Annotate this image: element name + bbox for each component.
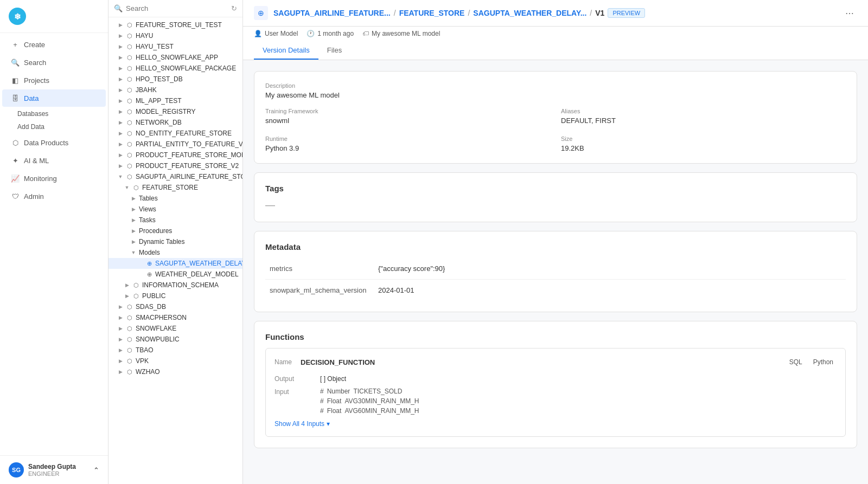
tree-item-WEATHER_DELAY_MODEL[interactable]: ▶ ⊕ WEATHER_DELAY_MODEL: [108, 269, 242, 280]
database-icon: ⬡: [126, 86, 133, 94]
tree-item-HELLO_SNOWFLAKE_PACKAGE[interactable]: ▶ ⬡ HELLO_SNOWFLAKE_PACKAGE: [108, 63, 242, 74]
fields-grid: Training Framework snowml Aliases DEFAUL…: [265, 108, 846, 152]
sidebar-search-input[interactable]: [126, 4, 228, 12]
input-param-1: AVG30MIN_RAIN_MM_H: [344, 397, 419, 405]
nav-search-label: Search: [24, 59, 46, 67]
input-label: Input: [275, 386, 318, 416]
chevron-right-icon: ▶: [124, 282, 130, 288]
sql-button[interactable]: SQL: [786, 357, 806, 367]
tree-item-PRODUCT_FEATURE_STORE_V2[interactable]: ▶ ⬡ PRODUCT_FEATURE_STORE_V2: [108, 160, 242, 171]
nav-data-products[interactable]: ⬡ Data Products: [2, 134, 106, 151]
tree-item-JBAHK[interactable]: ▶ ⬡ JBAHK: [108, 85, 242, 95]
database-icon: ⬡: [126, 151, 133, 159]
database-icon: ⬡: [126, 97, 133, 105]
database-icon: ⬡: [126, 314, 133, 321]
tree-item-models[interactable]: ▼ Models: [108, 247, 242, 258]
user-model-label: User Model: [265, 30, 298, 37]
tree-item-SAGUPTA_AIRLINE_FEATURE_STORE[interactable]: ▼ ⬡ SAGUPTA_AIRLINE_FEATURE_STORE: [108, 171, 242, 182]
clock-icon: 🕐: [307, 30, 315, 37]
tree-item-FEATURE_STORE-schema[interactable]: ▼ ⬡ FEATURE_STORE: [108, 182, 242, 193]
tree-item-HAYU_TEST[interactable]: ▶ ⬡ HAYU_TEST: [108, 41, 242, 52]
database-icon: ⬡: [126, 335, 133, 343]
tree-item-WZHAO[interactable]: ▶ ⬡ WZHAO: [108, 366, 242, 377]
time-tag: 🕐 1 month ago: [307, 30, 354, 37]
tree-item-ML_APP_TEST[interactable]: ▶ ⬡ ML_APP_TEST: [108, 95, 242, 106]
input-type-1: Float: [327, 397, 342, 405]
functions-title: Functions: [265, 332, 846, 341]
database-icon: ⬡: [126, 140, 133, 148]
function-name-row: Name DECISION_FUNCTION: [275, 358, 375, 366]
tree-item-PRODUCT_FEATURE_STORE_MORE[interactable]: ▶ ⬡ PRODUCT_FEATURE_STORE_MORE_ENT...: [108, 150, 242, 160]
chevron-down-icon: ▼: [117, 173, 124, 180]
model-icon: ⊕: [145, 270, 153, 278]
plus-icon: +: [11, 40, 20, 49]
database-icon: ⬡: [126, 368, 133, 376]
tree-item-FEATURE_STORE_UI_TEST[interactable]: ▶ ⬡ FEATURE_STORE_UI_TEST: [108, 20, 242, 30]
runtime-value: Python 3.9: [265, 144, 550, 152]
nav-admin[interactable]: 🛡 Admin: [2, 188, 106, 205]
functions-card: Functions Name DECISION_FUNCTION SQL Pyt…: [254, 321, 857, 448]
tree-item-SMACPHERSON[interactable]: ▶ ⬡ SMACPHERSON: [108, 312, 242, 323]
tree-item-dynamic-tables[interactable]: ▶ Dynamic Tables: [108, 236, 242, 247]
breadcrumb-sep2: /: [468, 9, 470, 17]
metadata-card: Metadata metrics {"accuracy score":90} s…: [254, 231, 857, 312]
tree-item-NETWORK_DB[interactable]: ▶ ⬡ NETWORK_DB: [108, 117, 242, 128]
data-icon: 🗄: [11, 94, 20, 102]
nav-create[interactable]: + Create: [2, 36, 106, 53]
tree-item-TBAO[interactable]: ▶ ⬡ TBAO: [108, 345, 242, 356]
tree-item-HAYU[interactable]: ▶ ⬡ HAYU: [108, 30, 242, 41]
tab-files[interactable]: Files: [318, 42, 350, 60]
tree-item-SAGUPTA_WEATHER_DELAY[interactable]: ▶ ⊕ SAGUPTA_WEATHER_DELAY_...: [108, 258, 242, 269]
chevron-right-icon: ▶: [117, 22, 124, 28]
breadcrumb-part1: SAGUPTA_AIRLINE_FEATURE...: [273, 9, 391, 17]
tree-item-HELLO_SNOWFLAKE_APP[interactable]: ▶ ⬡ HELLO_SNOWFLAKE_APP: [108, 52, 242, 63]
tree-item-NO_ENTITY_FEATURE_STORE[interactable]: ▶ ⬡ NO_ENTITY_FEATURE_STORE: [108, 128, 242, 139]
tree-item-MODEL_REGISTRY[interactable]: ▶ ⬡ MODEL_REGISTRY: [108, 106, 242, 117]
tree-item-tasks[interactable]: ▶ Tasks: [108, 215, 242, 225]
nav-footer-collapse[interactable]: ⌃: [93, 466, 99, 474]
svg-text:❄: ❄: [14, 12, 21, 21]
projects-icon: ◧: [11, 76, 20, 85]
tree-item-tables[interactable]: ▶ Tables: [108, 193, 242, 204]
function-header: Name DECISION_FUNCTION SQL Python: [275, 357, 837, 367]
tree-item-SDAS_DB[interactable]: ▶ ⬡ SDAS_DB: [108, 301, 242, 312]
nav-search[interactable]: 🔍 Search: [2, 54, 106, 71]
output-label: Output: [275, 373, 318, 384]
nav-ai-ml-label: AI & ML: [24, 157, 49, 165]
tree-item-SNOWPUBLIC[interactable]: ▶ ⬡ SNOWPUBLIC: [108, 334, 242, 345]
size-label: Size: [561, 135, 846, 142]
tree-item-PUBLIC[interactable]: ▶ ⬡ PUBLIC: [108, 291, 242, 301]
tab-version-details[interactable]: Version Details: [254, 42, 318, 60]
nav-projects[interactable]: ◧ Projects: [2, 72, 106, 89]
aliases-value: DEFAULT, FIRST: [561, 117, 846, 125]
tree-item-PARTIAL_ENTITY[interactable]: ▶ ⬡ PARTIAL_ENTITY_TO_FEATURE_VIEW_LI...: [108, 139, 242, 150]
tree-item-SNOWFLAKE[interactable]: ▶ ⬡ SNOWFLAKE: [108, 323, 242, 334]
nav-databases[interactable]: Databases: [0, 107, 108, 120]
sidebar-refresh-icon[interactable]: ↻: [231, 4, 237, 12]
chevron-down-icon: ▼: [130, 249, 137, 256]
tree-item-views[interactable]: ▶ Views: [108, 204, 242, 215]
tree-item-procedures[interactable]: ▶ Procedures: [108, 225, 242, 236]
chevron-right-icon: ▶: [117, 163, 124, 169]
training-framework-value: snowml: [265, 117, 550, 125]
show-all-inputs-button[interactable]: Show All 4 Inputs ▾: [275, 420, 330, 428]
avatar: SG: [9, 462, 24, 477]
nav-ai-ml[interactable]: ✦ AI & ML: [2, 152, 106, 169]
tree-item-INFORMATION_SCHEMA[interactable]: ▶ ⬡ INFORMATION_SCHEMA: [108, 280, 242, 291]
nav-add-data[interactable]: Add Data: [0, 120, 108, 133]
nav-projects-label: Projects: [24, 76, 49, 85]
description-value: My awesome ML model: [265, 91, 846, 99]
more-options-button[interactable]: ⋯: [842, 5, 857, 21]
database-sidebar: 🔍 ↻ ▶ ⬡ FEATURE_STORE_UI_TEST ▶ ⬡ HAYU ▶…: [108, 0, 243, 484]
chevron-right-icon: ▶: [117, 304, 124, 310]
tree-item-VPK[interactable]: ▶ ⬡ VPK: [108, 356, 242, 366]
tree-item-HPO_TEST_DB[interactable]: ▶ ⬡ HPO_TEST_DB: [108, 74, 242, 85]
nav-section-main: + Create 🔍 Search ◧ Projects 🗄 Data Data…: [0, 33, 108, 208]
admin-icon: 🛡: [11, 192, 20, 201]
logo: ❄: [0, 0, 108, 33]
nav-data[interactable]: 🗄 Data: [2, 89, 106, 107]
model-icon: ⊕: [145, 260, 153, 267]
nav-monitoring[interactable]: 📈 Monitoring: [2, 170, 106, 187]
model-name-label: My awesome ML model: [372, 30, 440, 37]
python-button[interactable]: Python: [810, 357, 837, 367]
